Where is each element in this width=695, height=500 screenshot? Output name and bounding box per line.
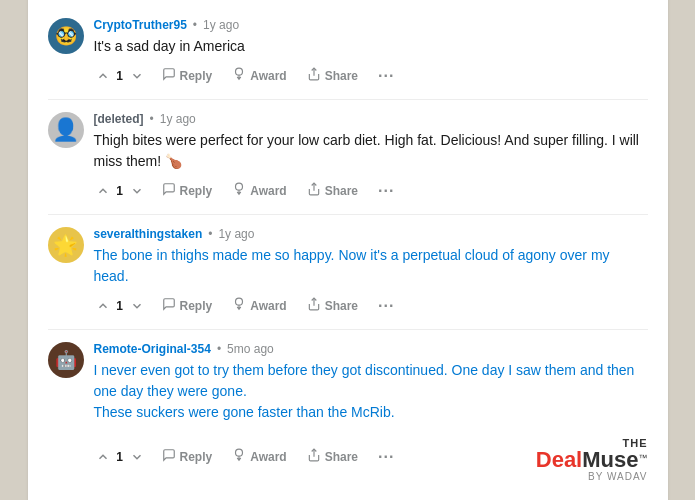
reply-button[interactable]: Reply (158, 446, 217, 467)
comment-meta: Remote-Original-354 • 5mo ago (94, 342, 648, 356)
comment-3: 🌟 severalthingstaken • 1y ago The bone i… (48, 215, 648, 330)
award-button[interactable]: Award (228, 446, 290, 467)
username: Remote-Original-354 (94, 342, 211, 356)
separator-dot: • (193, 18, 197, 32)
award-icon (232, 182, 246, 199)
share-button[interactable]: Share (303, 180, 362, 201)
svg-point-4 (236, 299, 243, 306)
comment-text-span: The bone in thighs made me so happy. Now… (94, 247, 610, 284)
vote-control: 1 (94, 67, 146, 85)
vote-count: 1 (116, 69, 124, 83)
vote-control: 1 (94, 182, 146, 200)
brand-text: THE DealMuse™ BY WADAV (536, 437, 648, 482)
reply-icon (162, 67, 176, 84)
separator-dot: • (208, 227, 212, 241)
award-icon (232, 297, 246, 314)
svg-point-0 (236, 69, 243, 76)
timestamp: 1y ago (218, 227, 254, 241)
downvote-button[interactable] (128, 297, 146, 315)
reply-icon (162, 182, 176, 199)
vote-control: 1 (94, 297, 146, 315)
share-label: Share (325, 299, 358, 313)
share-label: Share (325, 184, 358, 198)
actions: 1 Reply Award (94, 65, 648, 87)
comment-body: [deleted] • 1y ago Thigh bites were perf… (94, 112, 648, 202)
share-label: Share (325, 69, 358, 83)
share-button[interactable]: Share (303, 65, 362, 86)
svg-point-2 (236, 184, 243, 191)
comment-body: Remote-Original-354 • 5mo ago I never ev… (94, 342, 648, 482)
vote-count: 1 (116, 184, 124, 198)
upvote-button[interactable] (94, 297, 112, 315)
more-button[interactable]: ··· (374, 180, 398, 202)
comment-body: severalthingstaken • 1y ago The bone in … (94, 227, 648, 317)
comment-meta: severalthingstaken • 1y ago (94, 227, 648, 241)
share-label: Share (325, 450, 358, 464)
username: severalthingstaken (94, 227, 203, 241)
reply-icon (162, 448, 176, 465)
share-button[interactable]: Share (303, 446, 362, 467)
award-icon (232, 67, 246, 84)
brand-tm: ™ (639, 453, 648, 463)
award-label: Award (250, 184, 286, 198)
comment-text: It's a sad day in America (94, 36, 648, 57)
upvote-button[interactable] (94, 67, 112, 85)
share-icon (307, 448, 321, 465)
comment-body: CryptoTruther95 • 1y ago It's a sad day … (94, 18, 648, 87)
timestamp: 5mo ago (227, 342, 274, 356)
brand-dealmuse: DealMuse™ (536, 449, 648, 471)
vote-count: 1 (116, 450, 124, 464)
downvote-button[interactable] (128, 67, 146, 85)
award-label: Award (250, 450, 286, 464)
reply-label: Reply (180, 450, 213, 464)
comment-text: The bone in thighs made me so happy. Now… (94, 245, 648, 287)
share-icon (307, 297, 321, 314)
award-button[interactable]: Award (228, 295, 290, 316)
comment-4: 🤖 Remote-Original-354 • 5mo ago I never … (48, 330, 648, 494)
comment-text: Thigh bites were perfect for your low ca… (94, 130, 648, 172)
timestamp: 1y ago (160, 112, 196, 126)
more-button[interactable]: ··· (374, 446, 398, 468)
vote-control: 1 (94, 448, 146, 466)
reply-label: Reply (180, 184, 213, 198)
share-button[interactable]: Share (303, 295, 362, 316)
avatar: 🌟 (48, 227, 84, 263)
timestamp: 1y ago (203, 18, 239, 32)
award-button[interactable]: Award (228, 180, 290, 201)
comment-text: I never even got to try them before they… (94, 360, 648, 423)
reply-button[interactable]: Reply (158, 180, 217, 201)
award-label: Award (250, 69, 286, 83)
upvote-button[interactable] (94, 448, 112, 466)
reply-label: Reply (180, 299, 213, 313)
more-button[interactable]: ··· (374, 295, 398, 317)
reply-label: Reply (180, 69, 213, 83)
downvote-button[interactable] (128, 182, 146, 200)
comments-card: 🥸 CryptoTruther95 • 1y ago It's a sad da… (28, 0, 668, 500)
reply-button[interactable]: Reply (158, 295, 217, 316)
avatar: 👤 (48, 112, 84, 148)
avatar: 🤖 (48, 342, 84, 378)
comment-line-1: I never even got to try them before they… (94, 362, 635, 399)
upvote-button[interactable] (94, 182, 112, 200)
branding: THE DealMuse™ BY WADAV (536, 437, 648, 482)
downvote-button[interactable] (128, 448, 146, 466)
award-label: Award (250, 299, 286, 313)
award-button[interactable]: Award (228, 65, 290, 86)
reply-button[interactable]: Reply (158, 65, 217, 86)
brand-muse: Muse (582, 447, 638, 472)
actions: 1 Reply Award Share ··· (94, 431, 648, 482)
more-button[interactable]: ··· (374, 65, 398, 87)
avatar: 🥸 (48, 18, 84, 54)
share-icon (307, 67, 321, 84)
brand-deal: Deal (536, 447, 582, 472)
actions: 1 Reply Award Share ··· (94, 180, 648, 202)
comment-line-2: These suckers were gone faster than the … (94, 404, 395, 420)
svg-point-6 (236, 449, 243, 456)
share-icon (307, 182, 321, 199)
username: [deleted] (94, 112, 144, 126)
brand-by: BY WADAV (536, 471, 648, 482)
username: CryptoTruther95 (94, 18, 187, 32)
comment-meta: CryptoTruther95 • 1y ago (94, 18, 648, 32)
comment-1: 🥸 CryptoTruther95 • 1y ago It's a sad da… (48, 6, 648, 100)
comment-2: 👤 [deleted] • 1y ago Thigh bites were pe… (48, 100, 648, 215)
